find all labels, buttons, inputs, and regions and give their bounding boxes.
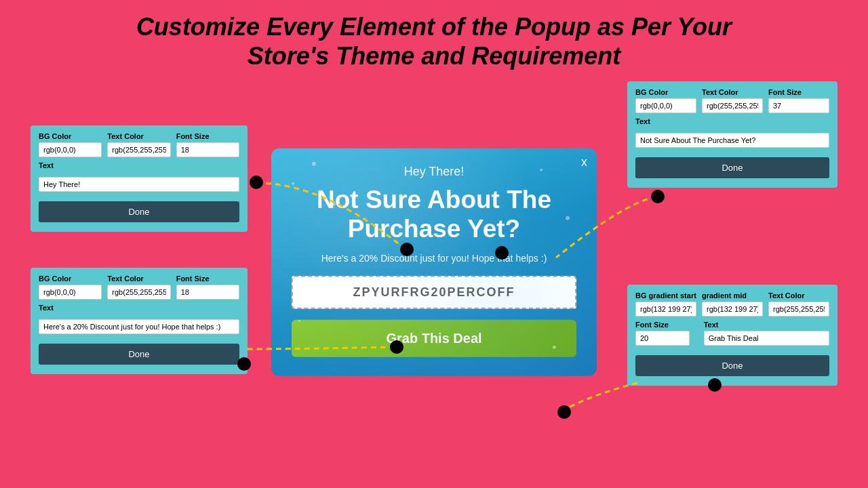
- font-size-input-tr[interactable]: [768, 98, 829, 113]
- font-size-field-tl: Font Size: [176, 132, 239, 157]
- bg-color-label-tl: BG Color: [39, 132, 102, 140]
- text-input-br[interactable]: [704, 331, 829, 346]
- sparkle-1: [312, 162, 316, 166]
- panel-top-left: BG Color Text Color Font Size Text Done: [31, 125, 248, 232]
- bg-gradient-start-field: BG gradient start: [635, 291, 696, 317]
- font-size-label-tl: Font Size: [176, 132, 239, 140]
- panel-bottom-right: BG gradient start gradient mid Text Colo…: [627, 285, 837, 386]
- panel-top-right: BG Color Text Color Font Size Text Done: [627, 81, 837, 188]
- bg-color-label-tr: BG Color: [635, 88, 696, 96]
- popup-coupon-code[interactable]: ZPYURFRG20PERCOFF: [292, 276, 576, 309]
- text-color-field-tr: Text Color: [702, 88, 763, 113]
- bg-color-field-tl: BG Color: [39, 132, 102, 157]
- connector-dot-6: [237, 357, 251, 371]
- sparkle-3: [332, 203, 336, 206]
- text-color-label-tr: Text Color: [702, 88, 763, 96]
- text-input-bl[interactable]: [39, 319, 239, 334]
- gradient-mid-field: gradient mid: [702, 291, 763, 317]
- text-label-bl: Text: [39, 304, 239, 312]
- text-color-field-tl: Text Color: [107, 132, 170, 157]
- bg-color-field-bl: BG Color: [39, 274, 102, 300]
- connector-dot-4: [651, 190, 665, 203]
- popup-title: Not Sure About The Purchase Yet?: [292, 186, 576, 243]
- text-field-br: Text: [704, 321, 829, 346]
- font-size-input-bl[interactable]: [176, 285, 239, 300]
- connector-dot-1: [250, 176, 263, 189]
- popup-greeting: Hey There!: [292, 165, 576, 179]
- sparkle-5: [566, 216, 570, 220]
- gradient-mid-label: gradient mid: [702, 291, 763, 300]
- page-title: Customize Every Element of the Popup as …: [0, 0, 868, 77]
- text-label-tr: Text: [635, 117, 829, 125]
- popup-cta-button[interactable]: Grab This Deal: [292, 320, 576, 357]
- font-size-label-bl: Font Size: [176, 274, 239, 283]
- sparkle-2: [292, 182, 294, 185]
- panel-bottom-left: BG Color Text Color Font Size Text Done: [31, 268, 248, 374]
- text-color-field-br: Text Color: [768, 291, 829, 317]
- popup-modal: x Hey There! Not Sure About The Purchase…: [271, 148, 597, 376]
- text-input-tl[interactable]: [39, 177, 239, 192]
- done-button-bl[interactable]: Done: [39, 344, 239, 365]
- bg-color-field-tr: BG Color: [635, 88, 696, 113]
- text-color-input-bl[interactable]: [107, 285, 170, 300]
- connector-dot-5: [390, 340, 403, 354]
- text-label-br: Text: [704, 321, 829, 329]
- font-size-label-br: Font Size: [635, 321, 698, 329]
- text-color-label-bl: Text Color: [107, 274, 170, 283]
- font-size-input-br[interactable]: [635, 331, 690, 346]
- text-color-input-br[interactable]: [768, 302, 829, 317]
- font-size-field-tr: Font Size: [768, 88, 829, 113]
- done-button-tl[interactable]: Done: [39, 201, 239, 222]
- gradient-mid-input[interactable]: [702, 302, 763, 317]
- text-color-input-tl[interactable]: [107, 142, 170, 157]
- bg-gradient-start-input[interactable]: [635, 302, 696, 317]
- text-input-tr[interactable]: [635, 133, 829, 148]
- bg-color-input-bl[interactable]: [39, 285, 102, 300]
- text-color-input-tr[interactable]: [702, 98, 763, 113]
- bg-gradient-start-label: BG gradient start: [635, 291, 696, 300]
- connector-dot-2: [400, 243, 414, 256]
- font-size-field-br: Font Size: [635, 321, 698, 346]
- sparkle-4: [540, 169, 542, 171]
- bg-color-input-tr[interactable]: [635, 98, 696, 113]
- done-button-br[interactable]: Done: [635, 355, 829, 376]
- done-button-tr[interactable]: Done: [635, 157, 829, 178]
- text-label-tl: Text: [39, 161, 239, 169]
- font-size-field-bl: Font Size: [176, 274, 239, 300]
- text-color-label-tl: Text Color: [107, 132, 170, 140]
- popup-subtitle: Here's a 20% Discount just for you! Hope…: [292, 253, 576, 264]
- connector-dot-8: [708, 378, 722, 392]
- popup-close-button[interactable]: x: [581, 155, 587, 169]
- connector-dot-7: [557, 405, 571, 419]
- connector-dot-3: [495, 246, 509, 260]
- font-size-label-tr: Font Size: [768, 88, 829, 96]
- text-color-field-bl: Text Color: [107, 274, 170, 300]
- bg-color-input-tl[interactable]: [39, 142, 102, 157]
- text-color-label-br: Text Color: [768, 291, 829, 300]
- font-size-input-tl[interactable]: [176, 142, 239, 157]
- bg-color-label-bl: BG Color: [39, 274, 102, 283]
